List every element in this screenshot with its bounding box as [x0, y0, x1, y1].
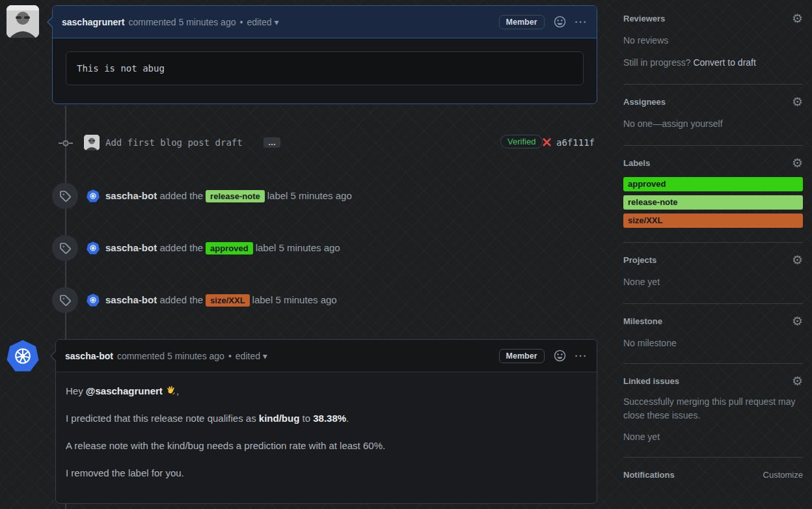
prediction-paragraph: I predicted that this release note quali…	[66, 411, 587, 425]
mention-link[interactable]: @saschagrunert	[86, 385, 163, 396]
comment-timestamp[interactable]: commented 5 minutes ago	[128, 17, 236, 27]
removal-paragraph: I removed the label for you.	[66, 466, 587, 480]
gear-icon[interactable]: ⚙	[792, 317, 803, 326]
label-chip[interactable]: approved	[206, 242, 253, 255]
emoji-reaction-button[interactable]	[554, 16, 566, 28]
edited-dropdown[interactable]: edited ▾	[247, 17, 278, 27]
commit-expand-button[interactable]: …	[264, 137, 280, 148]
emoji-reaction-button[interactable]	[554, 350, 566, 362]
event-actor-link[interactable]: sascha-bot	[105, 294, 157, 305]
kubernetes-wheel-icon	[88, 296, 98, 305]
tag-icon	[59, 242, 71, 254]
comment-timestamp[interactable]: commented 5 minutes ago	[117, 351, 224, 361]
gear-icon[interactable]: ⚙	[792, 256, 803, 265]
comment-caret	[50, 350, 56, 362]
tag-event-circle	[52, 235, 78, 261]
sidebar-label-approved[interactable]: approved	[623, 177, 803, 191]
assignees-empty-text: No one—	[623, 118, 662, 129]
gear-icon[interactable]: ⚙	[792, 377, 803, 386]
gear-icon[interactable]: ⚙	[792, 98, 803, 107]
person-photo-icon	[84, 135, 100, 150]
event-text: sascha-bot added therelease-notelabel 5 …	[105, 190, 352, 202]
assignees-title: Assignees	[623, 97, 666, 107]
projects-section: Projects⚙ None yet	[623, 255, 803, 304]
comment-sascha-bot: sascha-bot commented 5 minutes ago • edi…	[55, 339, 597, 504]
tag-icon	[59, 190, 71, 202]
tag-icon	[59, 294, 71, 306]
smiley-icon	[554, 350, 566, 362]
linked-issues-section: Linked issues⚙ Successfully merging this…	[623, 376, 803, 458]
label-chip[interactable]: release-note	[206, 190, 265, 202]
comment-header: sascha-bot commented 5 minutes ago • edi…	[56, 340, 597, 372]
convert-to-draft-link[interactable]: Convert to draft	[693, 57, 756, 68]
comment-saschagrunert: saschagrunert commented 5 minutes ago • …	[52, 5, 597, 104]
label-event-row: sascha-bot added thesize/XXLlabel 5 minu…	[52, 286, 597, 314]
commit-event-row: Add first blog post draft … Verified a6f…	[52, 133, 597, 154]
reviewers-section: Reviewers⚙ No reviews Still in progress?…	[623, 14, 803, 85]
requirement-paragraph: A release note with the kind/bug needs a…	[66, 439, 587, 452]
labels-title: Labels	[623, 158, 650, 168]
chevron-down-icon: ▾	[263, 351, 267, 361]
event-actor-link[interactable]: sascha-bot	[105, 190, 157, 201]
bot-avatar[interactable]	[87, 189, 100, 202]
person-photo-icon	[7, 5, 39, 38]
reviewers-title: Reviewers	[623, 14, 665, 23]
milestone-empty-text: No milestone	[623, 337, 803, 350]
linked-issues-empty-text: None yet	[623, 430, 803, 444]
kebab-menu-icon[interactable]: ···	[575, 16, 588, 27]
event-text: sascha-bot added theapprovedlabel 5 minu…	[105, 242, 340, 255]
sidebar-label-size-xxl[interactable]: size/XXL	[623, 213, 803, 228]
event-actor-link[interactable]: sascha-bot	[105, 242, 157, 253]
code-block: This is not abug	[66, 51, 584, 85]
greeting-paragraph: Hey @saschagrunert ,	[66, 384, 587, 398]
kebab-menu-icon[interactable]: ···	[575, 350, 588, 361]
notifications-title: Notifications	[623, 470, 675, 480]
member-badge[interactable]: Member	[499, 349, 545, 363]
edited-dropdown[interactable]: edited ▾	[236, 351, 267, 361]
assignees-section: Assignees⚙ No one—assign yourself	[623, 97, 803, 146]
waving-hand-emoji	[165, 385, 176, 396]
linked-issues-desc: Successfully merging this pull request m…	[623, 395, 803, 422]
tag-event-circle	[52, 287, 78, 313]
notifications-section: NotificationsCustomize	[623, 470, 803, 480]
draft-prompt-text: Still in progress?	[623, 57, 693, 68]
comment-caret	[47, 16, 53, 28]
sidebar-label-release-note[interactable]: release-note	[623, 195, 803, 210]
labels-section: Labels⚙ approved release-note size/XXL	[623, 158, 803, 243]
milestone-title: Milestone	[623, 316, 662, 326]
comment-header: saschagrunert commented 5 minutes ago • …	[53, 6, 597, 38]
milestone-section: Milestone⚙ No milestone	[623, 316, 803, 364]
commit-sha-link[interactable]: a6f111f	[556, 137, 595, 148]
smiley-icon	[554, 16, 566, 28]
label-chip[interactable]: size/XXL	[206, 294, 249, 307]
comment-author-link[interactable]: sascha-bot	[65, 351, 113, 361]
linked-issues-title: Linked issues	[623, 376, 679, 386]
meta-dot: •	[228, 351, 232, 361]
avatar-saschagrunert[interactable]	[7, 5, 39, 38]
gear-icon[interactable]: ⚙	[792, 159, 803, 168]
comment-body: Hey @saschagrunert , I predicted that th…	[56, 372, 597, 505]
event-text: sascha-bot added thesize/XXLlabel 5 minu…	[105, 294, 337, 307]
commit-author-avatar[interactable]	[84, 135, 100, 150]
avatar-sascha-bot[interactable]	[7, 340, 39, 372]
gear-icon[interactable]: ⚙	[792, 14, 803, 23]
git-commit-icon	[59, 138, 73, 148]
kubernetes-wheel-icon	[11, 344, 34, 368]
bot-avatar[interactable]	[87, 294, 100, 307]
kubernetes-wheel-icon	[88, 191, 98, 200]
customize-link[interactable]: Customize	[763, 470, 803, 480]
projects-title: Projects	[623, 255, 656, 265]
kubernetes-wheel-icon	[88, 243, 98, 253]
label-event-row: sascha-bot added therelease-notelabel 5 …	[52, 182, 597, 210]
commit-message-link[interactable]: Add first blog post draft	[105, 137, 243, 148]
member-badge[interactable]: Member	[499, 15, 545, 29]
x-failed-status-icon[interactable]	[542, 137, 552, 147]
verified-badge[interactable]: Verified	[500, 135, 543, 148]
comment-body: This is not abug	[53, 38, 597, 98]
comment-author-link[interactable]: saschagrunert	[62, 17, 124, 27]
bot-avatar[interactable]	[87, 241, 100, 255]
chevron-down-icon: ▾	[274, 17, 278, 27]
tag-event-circle	[52, 183, 78, 209]
assign-yourself-link[interactable]: assign yourself	[662, 118, 722, 129]
label-event-row: sascha-bot added theapprovedlabel 5 minu…	[52, 234, 597, 262]
